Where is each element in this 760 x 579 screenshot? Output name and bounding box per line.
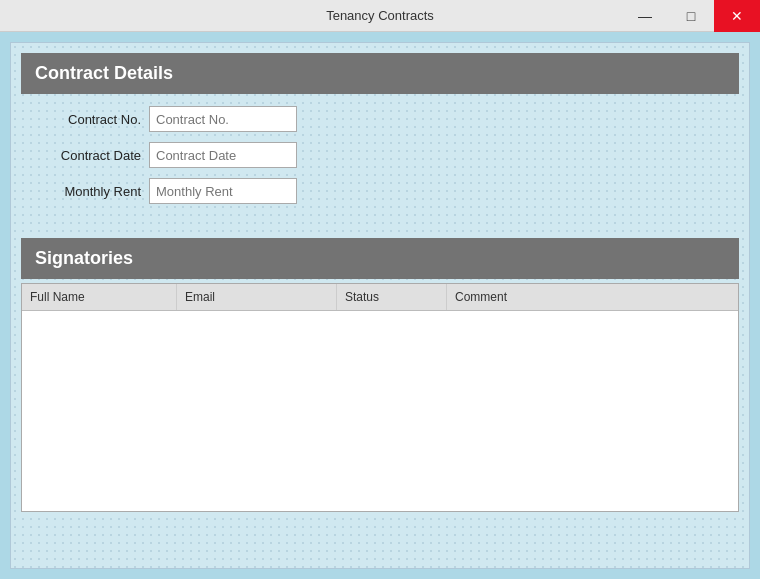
contract-details-header: Contract Details (21, 53, 739, 94)
contract-date-label: Contract Date (29, 148, 149, 163)
close-button[interactable]: ✕ (714, 0, 760, 32)
contract-no-row: Contract No. (29, 106, 731, 132)
main-container: Contract Details Contract No. Contract D… (10, 42, 750, 569)
minimize-button[interactable]: — (622, 0, 668, 32)
table-header-row: Full Name Email Status Comment (22, 284, 738, 311)
col-header-fullname: Full Name (22, 284, 177, 310)
window-body: Contract Details Contract No. Contract D… (0, 32, 760, 579)
app-window: Tenancy Contracts — □ ✕ Contract Details… (0, 0, 760, 579)
window-controls: — □ ✕ (622, 0, 760, 32)
signatories-section: Signatories Full Name Email Status Comme… (21, 238, 739, 512)
contract-fields: Contract No. Contract Date Monthly Rent (21, 94, 739, 226)
col-header-status: Status (337, 284, 447, 310)
window-title: Tenancy Contracts (138, 8, 622, 23)
contract-date-input[interactable] (149, 142, 297, 168)
col-header-email: Email (177, 284, 337, 310)
contract-date-row: Contract Date (29, 142, 731, 168)
signatories-header: Signatories (21, 238, 739, 279)
contract-details-section: Contract Details Contract No. Contract D… (21, 53, 739, 226)
monthly-rent-row: Monthly Rent (29, 178, 731, 204)
title-bar: Tenancy Contracts — □ ✕ (0, 0, 760, 32)
contract-no-input[interactable] (149, 106, 297, 132)
col-header-comment: Comment (447, 284, 738, 310)
monthly-rent-label: Monthly Rent (29, 184, 149, 199)
signatories-table: Full Name Email Status Comment (21, 283, 739, 512)
maximize-button[interactable]: □ (668, 0, 714, 32)
contract-no-label: Contract No. (29, 112, 149, 127)
monthly-rent-input[interactable] (149, 178, 297, 204)
table-body (22, 311, 738, 511)
